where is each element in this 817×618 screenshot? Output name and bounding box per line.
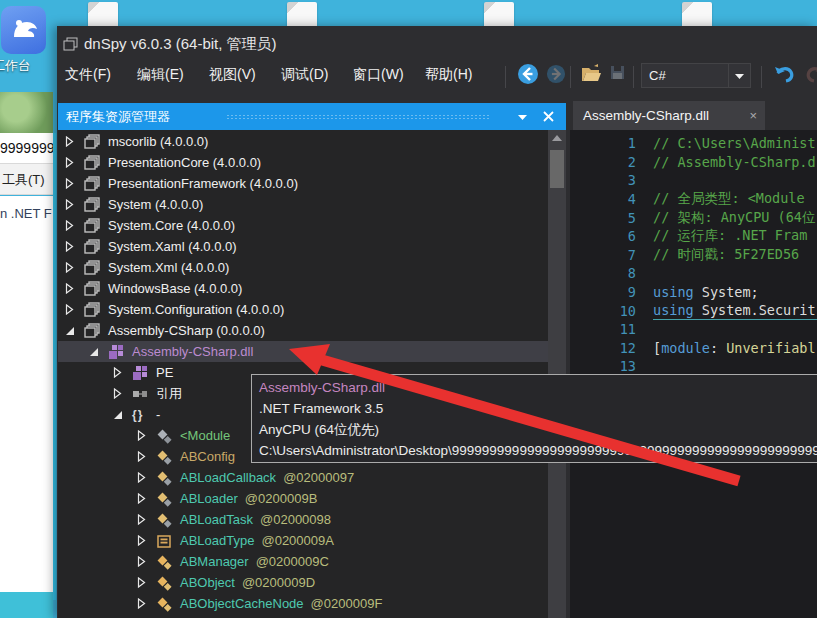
collapsed-expander-icon[interactable] — [137, 493, 156, 504]
save-all-button[interactable] — [606, 62, 632, 88]
tree-row-systemcore4000[interactable]: System.Core (4.0.0.0) — [58, 215, 548, 236]
menu-item-2[interactable]: 编辑(E) — [137, 66, 184, 84]
assembly-icon — [84, 218, 105, 234]
undo-button[interactable] — [771, 62, 797, 88]
menu-bar: 文件(F)编辑(E)视图(V)调试(D)窗口(W)帮助(H) — [57, 58, 817, 98]
tree-row-assembly-csharpdll[interactable]: Assembly-CSharp.dll — [58, 341, 548, 362]
collapsed-expander-icon[interactable] — [137, 577, 156, 588]
tree-row-assembly-csharp0000[interactable]: Assembly-CSharp (0.0.0.0) — [58, 320, 548, 341]
collapsed-expander-icon[interactable] — [65, 283, 84, 294]
close-icon — [543, 111, 554, 122]
assembly-icon — [84, 134, 105, 150]
assembly-icon — [84, 176, 105, 192]
line-number: 10 — [570, 303, 636, 319]
title-bar[interactable]: dnSpy v6.0.3 (64-bit, 管理员) — [57, 26, 817, 58]
screen: 工作台 9999999 工具(T) n .NET F dnSpy v6.0.3 … — [0, 0, 817, 618]
tree-row-system4000[interactable]: System (4.0.0.0) — [58, 194, 548, 215]
tree-item-label: ABManager — [180, 554, 249, 569]
tree-row-abloadcallback[interactable]: ABLoadCallback@02000097 — [58, 467, 548, 488]
tree-row-abloadtype[interactable]: ABLoadType@0200009A — [58, 530, 548, 551]
tree-row-windowsbase4000[interactable]: WindowsBase (4.0.0.0) — [58, 278, 548, 299]
tree-row-systemxaml4000[interactable]: System.Xaml (4.0.0.0) — [58, 236, 548, 257]
tree-row-mscorlib4000[interactable]: mscorlib (4.0.0.0) — [58, 131, 548, 152]
tree-row-abloader[interactable]: ABLoader@0200009B — [58, 488, 548, 509]
menu-item-6[interactable]: 帮助(H) — [425, 66, 472, 84]
module-icon — [108, 344, 129, 360]
language-combobox[interactable]: C# — [641, 63, 751, 88]
scrollbar-thumb[interactable] — [550, 150, 564, 188]
assembly-tooltip: Assembly-CSharp.dll .NET Framework 3.5 A… — [251, 374, 817, 463]
collapsed-expander-icon[interactable] — [137, 535, 156, 546]
collapsed-expander-icon[interactable] — [65, 178, 84, 189]
language-combobox-value: C# — [649, 68, 666, 83]
menu-item-4[interactable]: 调试(D) — [281, 66, 328, 84]
line-number: 13 — [570, 358, 636, 374]
tree-item-token: @0200009F — [311, 596, 383, 611]
background-window-menu-item[interactable]: 工具(T) — [0, 163, 53, 195]
code-token: : — [710, 340, 726, 356]
open-file-button[interactable] — [578, 62, 604, 88]
desktop-bottom — [0, 592, 53, 618]
collapsed-expander-icon[interactable] — [137, 556, 156, 567]
dnspy-window: dnSpy v6.0.3 (64-bit, 管理员) 文件(F)编辑(E)视图(… — [57, 26, 817, 618]
menu-item-5[interactable]: 窗口(W) — [353, 66, 404, 84]
tree-item-label: PresentationFramework (4.0.0.0) — [108, 176, 298, 191]
collapsed-expander-icon[interactable] — [137, 598, 156, 609]
code-token: // 运行库: .NET Fram — [653, 227, 807, 245]
back-icon — [517, 63, 539, 85]
tree-item-label: PresentationCore (4.0.0.0) — [108, 155, 261, 170]
assembly-icon — [84, 155, 105, 171]
collapsed-expander-icon[interactable] — [65, 262, 84, 273]
collapsed-expander-icon[interactable] — [65, 220, 84, 231]
expanded-expander-icon[interactable] — [113, 410, 132, 420]
assembly-explorer-header[interactable]: 程序集资源管理器 — [58, 103, 566, 130]
panel-menu-button[interactable] — [512, 107, 532, 126]
tree-row-systemxml4000[interactable]: System.Xml (4.0.0.0) — [58, 257, 548, 278]
collapsed-expander-icon[interactable] — [113, 367, 132, 378]
assembly-icon — [84, 323, 105, 339]
combobox-dropdown-button[interactable] — [728, 64, 750, 87]
navigate-forward-button[interactable] — [543, 62, 569, 88]
workbench-app-icon[interactable] — [1, 6, 46, 54]
tree-row-presentationframework4000[interactable]: PresentationFramework (4.0.0.0) — [58, 173, 548, 194]
collapsed-expander-icon[interactable] — [137, 451, 156, 462]
collapsed-expander-icon[interactable] — [137, 430, 156, 441]
code-text — [653, 264, 817, 283]
menu-item-3[interactable]: 视图(V) — [209, 66, 256, 84]
collapsed-expander-icon[interactable] — [65, 157, 84, 168]
code-token: // Assembly-CSharp.d — [653, 154, 816, 170]
navigate-back-button[interactable] — [515, 62, 541, 88]
redo-button[interactable] — [803, 62, 817, 88]
tree-row-systemconfiguration4000[interactable]: System.Configuration (4.0.0.0) — [58, 299, 548, 320]
tree-item-label: System.Core (4.0.0.0) — [108, 218, 235, 233]
tab-label: Assembly-CSharp.dll — [583, 108, 709, 123]
code-token: using — [653, 284, 694, 300]
tree-row-abobject[interactable]: ABObject@0200009D — [58, 572, 548, 593]
tree-row-abloadtask[interactable]: ABLoadTask@02000098 — [58, 509, 548, 530]
collapsed-expander-icon[interactable] — [137, 514, 156, 525]
background-window-text: 9999999 — [0, 133, 53, 163]
tab-close-icon[interactable]: × — [749, 108, 757, 123]
collapsed-expander-icon[interactable] — [65, 136, 84, 147]
collapsed-expander-icon[interactable] — [65, 304, 84, 315]
code-token: [ — [653, 340, 661, 356]
tree-row-abmanager[interactable]: ABManager@0200009C — [58, 551, 548, 572]
collapsed-expander-icon[interactable] — [65, 241, 84, 252]
collapsed-expander-icon[interactable] — [113, 388, 132, 399]
document-tab[interactable]: Assembly-CSharp.dll × — [573, 101, 765, 130]
expanded-expander-icon[interactable] — [65, 326, 84, 336]
panel-close-button[interactable] — [538, 107, 558, 126]
tree-item-label: mscorlib (4.0.0.0) — [108, 134, 208, 149]
code-line-5: 5// 架构: AnyCPU (64位 — [570, 208, 817, 227]
expanded-expander-icon[interactable] — [89, 347, 108, 357]
code-line-7: 7// 时间戳: 5F27ED56 — [570, 246, 817, 265]
collapsed-expander-icon[interactable] — [65, 199, 84, 210]
tree-row-presentationcore4000[interactable]: PresentationCore (4.0.0.0) — [58, 152, 548, 173]
menu-item-1[interactable]: 文件(F) — [65, 66, 111, 84]
tree-row-abobjectcachenode[interactable]: ABObjectCacheNode@0200009F — [58, 593, 548, 614]
scroll-up-icon[interactable] — [548, 130, 566, 146]
cls-y-icon — [156, 554, 177, 570]
open-folder-icon — [580, 64, 603, 84]
tree-item-label: Assembly-CSharp.dll — [132, 344, 253, 359]
collapsed-expander-icon[interactable] — [137, 472, 156, 483]
